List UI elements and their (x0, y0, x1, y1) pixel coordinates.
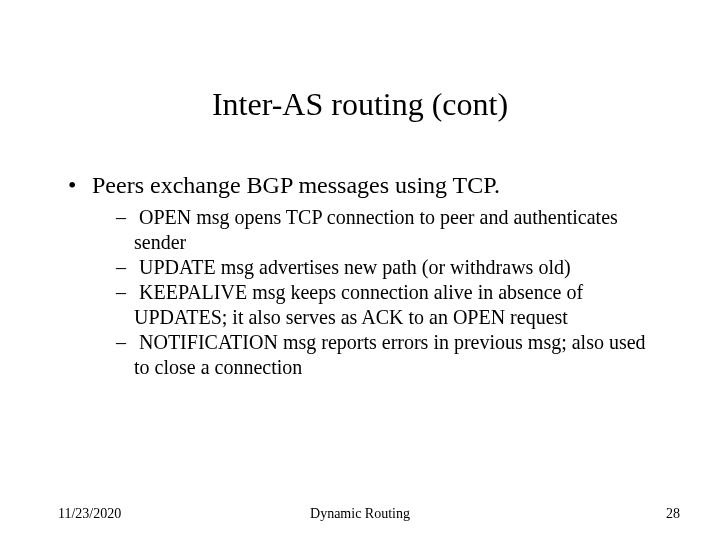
footer-page-number: 28 (666, 506, 680, 522)
slide-title: Inter-AS routing (cont) (0, 86, 720, 123)
slide-body: Peers exchange BGP messages using TCP. O… (60, 172, 660, 380)
bullet-main-text: Peers exchange BGP messages using TCP. (92, 172, 500, 198)
sub-bullet-text: OPEN msg opens TCP connection to peer an… (134, 206, 618, 253)
sub-bullet: KEEPALIVE msg keeps connection alive in … (116, 280, 660, 330)
sub-bullet: NOTIFICATION msg reports errors in previ… (116, 330, 660, 380)
sub-bullet: UPDATE msg advertises new path (or withd… (116, 255, 660, 280)
slide: Inter-AS routing (cont) Peers exchange B… (0, 0, 720, 540)
footer-title: Dynamic Routing (0, 506, 720, 522)
sub-bullet-text: UPDATE msg advertises new path (or withd… (139, 256, 571, 278)
sub-bullet-list: OPEN msg opens TCP connection to peer an… (60, 205, 660, 380)
sub-bullet-text: KEEPALIVE msg keeps connection alive in … (134, 281, 583, 328)
sub-bullet: OPEN msg opens TCP connection to peer an… (116, 205, 660, 255)
bullet-main: Peers exchange BGP messages using TCP. (60, 172, 660, 199)
sub-bullet-text: NOTIFICATION msg reports errors in previ… (134, 331, 646, 378)
